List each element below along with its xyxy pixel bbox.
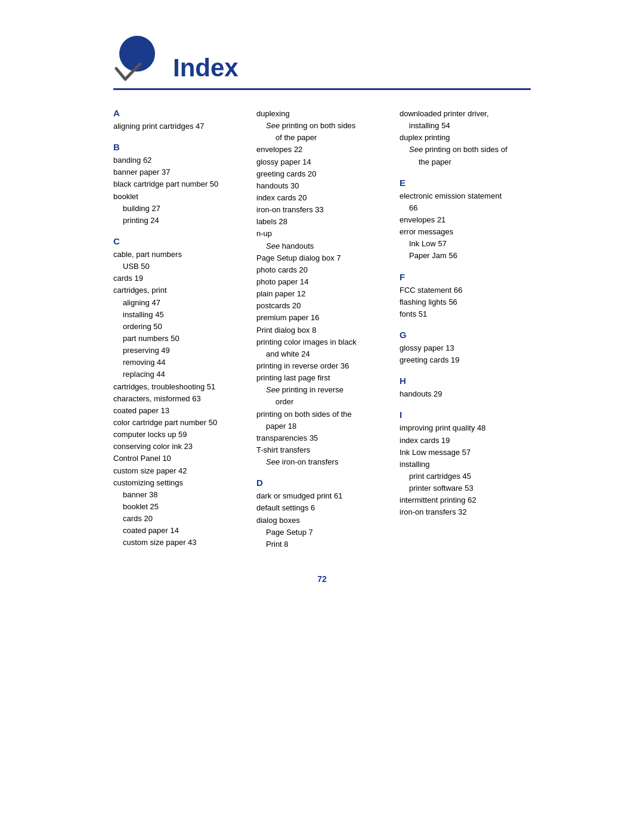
section-a: A: [113, 108, 244, 118]
list-item: characters, misformed 63: [113, 393, 244, 405]
list-item: cartridges, troubleshooting 51: [113, 381, 244, 393]
list-item: banner paper 37: [113, 166, 244, 178]
list-item: envelopes 22: [256, 144, 388, 156]
list-item: coated paper 14: [113, 525, 244, 537]
list-item: printing 24: [113, 215, 244, 227]
list-item: installing: [400, 459, 531, 470]
list-item: part numbers 50: [113, 333, 244, 345]
list-item: computer locks up 59: [113, 429, 244, 441]
list-item: cards 20: [113, 513, 244, 525]
section-f: F: [400, 272, 531, 282]
list-item: building 27: [113, 203, 244, 215]
list-item: T-shirt transfers: [256, 444, 388, 456]
list-item: transparencies 35: [256, 432, 388, 444]
list-item: postcards 20: [256, 300, 388, 312]
list-item: order: [256, 396, 388, 408]
logo-checkmark: [113, 63, 143, 83]
list-item: and white 24: [256, 348, 388, 360]
list-item: the paper: [400, 156, 531, 168]
list-item: See printing on both sides: [256, 120, 388, 132]
list-item: color cartridge part number 50: [113, 417, 244, 429]
page-header: Index: [113, 36, 531, 83]
list-item: customizing settings: [113, 477, 244, 489]
section-h: H: [400, 376, 531, 386]
column-1: A aligning print cartridges 47 B banding…: [113, 108, 256, 550]
list-item: replacing 44: [113, 368, 244, 380]
list-item: custom size paper 43: [113, 537, 244, 549]
list-item: labels 28: [256, 216, 388, 228]
list-item: dialog boxes: [256, 515, 388, 527]
list-item: conserving color ink 23: [113, 441, 244, 453]
list-item: intermittent printing 62: [400, 494, 531, 506]
page-number: 72: [113, 574, 531, 584]
list-item: booklet: [113, 191, 244, 203]
list-item: ordering 50: [113, 321, 244, 333]
list-item: of the paper: [256, 132, 388, 144]
list-item: See printing in reverse: [256, 384, 388, 396]
list-item: cable, part numbers: [113, 249, 244, 261]
list-item: electronic emission statement: [400, 190, 531, 202]
list-item: Page Setup dialog box 7: [256, 252, 388, 264]
list-item: paper 18: [256, 420, 388, 432]
list-item: 66: [400, 202, 531, 214]
section-e: E: [400, 178, 531, 188]
list-item: See handouts: [256, 240, 388, 252]
list-item: duplex printing: [400, 132, 531, 144]
page-title: Index: [173, 55, 239, 83]
list-item: Ink Low message 57: [400, 447, 531, 459]
list-item: plain paper 12: [256, 288, 388, 300]
list-item: fonts 51: [400, 308, 531, 320]
list-item: flashing lights 56: [400, 296, 531, 308]
list-item: Page Setup 7: [256, 527, 388, 538]
list-item: Ink Low 57: [400, 238, 531, 250]
list-item: greeting cards 20: [256, 168, 388, 180]
column-2: duplexing See printing on both sides of …: [256, 108, 400, 550]
list-item: cards 19: [113, 272, 244, 284]
list-item: black cartridge part number 50: [113, 178, 244, 190]
list-item: printing on both sides of the: [256, 408, 388, 420]
list-item: coated paper 13: [113, 405, 244, 417]
list-item: Print 8: [256, 538, 388, 550]
column-3: downloaded printer driver, installing 54…: [400, 108, 531, 550]
list-item: index cards 19: [400, 435, 531, 447]
list-item: n-up: [256, 228, 388, 240]
list-item: removing 44: [113, 357, 244, 368]
index-columns: A aligning print cartridges 47 B banding…: [113, 108, 531, 550]
list-item: printing color images in black: [256, 336, 388, 348]
section-b: B: [113, 142, 244, 152]
list-item: glossy paper 14: [256, 156, 388, 168]
list-item: photo paper 14: [256, 276, 388, 288]
list-item: installing 54: [400, 120, 531, 132]
list-item: preserving 49: [113, 345, 244, 357]
list-item: booklet 25: [113, 501, 244, 513]
list-item: custom size paper 42: [113, 465, 244, 477]
logo-container: [113, 36, 167, 83]
list-item: aligning print cartridges 47: [113, 120, 244, 132]
list-item: USB 50: [113, 261, 244, 272]
list-item: FCC statement 66: [400, 284, 531, 296]
section-i: I: [400, 410, 531, 420]
list-item: duplexing: [256, 108, 388, 120]
list-item: Control Panel 10: [113, 453, 244, 465]
list-item: printing last page first: [256, 372, 388, 384]
list-item: iron-on transfers 32: [400, 506, 531, 518]
list-item: printer software 53: [400, 482, 531, 494]
list-item: See iron-on transfers: [256, 456, 388, 468]
list-item: glossy paper 13: [400, 342, 531, 354]
section-c: C: [113, 236, 244, 246]
list-item: photo cards 20: [256, 264, 388, 276]
list-item: iron-on transfers 33: [256, 204, 388, 216]
list-item: handouts 29: [400, 388, 531, 400]
list-item: See printing on both sides of: [400, 144, 531, 156]
list-item: Paper Jam 56: [400, 250, 531, 262]
list-item: index cards 20: [256, 192, 388, 204]
list-item: dark or smudged print 61: [256, 490, 388, 502]
list-item: greeting cards 19: [400, 354, 531, 366]
header-rule: [113, 88, 531, 90]
list-item: installing 45: [113, 309, 244, 321]
list-item: downloaded printer driver,: [400, 108, 531, 120]
section-d: D: [256, 478, 388, 488]
list-item: error messages: [400, 226, 531, 238]
list-item: cartridges, print: [113, 284, 244, 296]
list-item: default settings 6: [256, 502, 388, 514]
